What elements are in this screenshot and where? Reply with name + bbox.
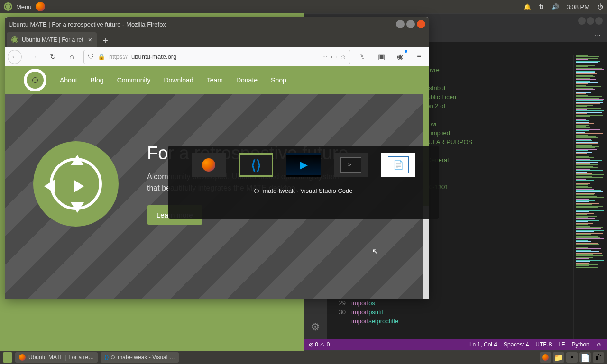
favicon-icon [11,36,18,43]
switcher-item-firefox[interactable] [192,153,226,177]
switcher-item-media[interactable]: ▶ [286,153,321,177]
browser-tab[interactable]: Ubuntu MATE | For a ret × [7,32,97,47]
new-tab-button[interactable]: + [99,34,112,47]
taskbar-item[interactable]: Ubuntu MATE | For a re… [15,352,98,363]
sidebar-icon[interactable]: ▣ [374,50,388,64]
clock[interactable]: 3:08 PM [567,3,589,10]
gear-icon[interactable]: ⚙ [311,321,320,333]
switcher-item-terminal[interactable]: >_ [334,153,368,177]
minimize-button[interactable] [396,20,405,28]
bookmark-star-icon[interactable]: ☆ [340,53,346,60]
minimap[interactable] [573,55,607,339]
forward-button[interactable]: → [27,50,41,64]
top-panel: Menu 🔔 ⇅ 🔊 3:08 PM ⏻ [0,0,607,13]
notification-icon[interactable]: 🔔 [524,3,531,10]
feedback-icon[interactable]: ☺ [596,341,602,348]
switcher-item-writer[interactable]: 📄 [381,153,415,177]
mate-logo-icon[interactable] [4,2,12,11]
tab-title: Ubuntu MATE | For a ret [22,36,83,43]
reader-mode-icon[interactable]: ▭ [331,53,337,60]
tray-terminal-icon[interactable]: ▪ [566,352,578,363]
nav-link-shop[interactable]: Shop [271,76,286,84]
close-tab-icon[interactable]: × [88,36,92,44]
indentation[interactable]: Spaces: 4 [504,341,529,348]
tab-bar: Ubuntu MATE | For a ret × + [5,31,429,47]
volume-icon[interactable]: 🔊 [552,3,559,10]
maximize-button[interactable] [587,17,594,25]
tray-writer-icon[interactable]: 📄 [579,352,591,363]
site-nav: AboutBlogCommunityDownloadTeamDonateShop [5,66,429,94]
eol[interactable]: LF [558,341,565,348]
switcher-item-vscode[interactable]: ⟨⟩ [239,153,273,177]
close-button[interactable] [595,17,603,25]
split-editor-icon[interactable]: ⫞ [584,32,587,39]
errors-count[interactable]: ⊘ 0 ⚠ 0 [309,341,330,348]
nav-link-blog[interactable]: Blog [91,76,104,84]
close-button[interactable] [417,20,425,28]
url-prefix: https:// [109,53,128,60]
url-host: ubuntu-mate.org [131,53,176,60]
minimize-button[interactable] [578,17,586,25]
firefox-titlebar[interactable]: Ubuntu MATE | For a retrospective future… [5,17,429,31]
window-title: Ubuntu MATE | For a retrospective future… [9,21,166,28]
cursor-position[interactable]: Ln 1, Col 4 [469,341,497,348]
library-icon[interactable]: ⑊ [355,50,369,64]
tray-firefox-icon[interactable] [540,352,551,363]
shield-icon[interactable]: 🛡 [88,53,94,60]
back-button[interactable]: ← [8,50,22,64]
taskbar-item[interactable]: ⟨⟩mate-tweak - Visual … [101,352,179,363]
power-icon[interactable]: ⏻ [597,3,603,10]
bottom-panel: Ubuntu MATE | For a re…⟨⟩mate-tweak - Vi… [0,351,607,364]
site-logo-icon[interactable] [24,69,46,91]
firefox-launcher-icon[interactable] [36,2,45,11]
home-button[interactable]: ⌂ [64,50,79,64]
switcher-indicator-icon [254,189,259,193]
nav-link-about[interactable]: About [60,76,77,84]
lock-icon[interactable]: 🔒 [98,53,105,60]
hero-logo-icon [33,141,119,227]
nav-link-download[interactable]: Download [164,76,193,84]
cursor-icon: ↖ [372,246,379,257]
page-actions-icon[interactable]: ⋯ [321,53,327,60]
more-icon[interactable]: ⋯ [595,32,601,39]
network-icon[interactable]: ⇅ [539,3,544,10]
url-bar[interactable]: 🛡 🔒 https://ubuntu-mate.org ⋯ ▭ ☆ [83,50,350,64]
account-icon[interactable]: ◉ [393,50,407,64]
hamburger-menu-icon[interactable]: ≡ [412,50,426,64]
show-desktop-button[interactable] [3,352,12,363]
nav-link-community[interactable]: Community [117,76,151,84]
window-switcher: ⟨⟩▶>_📄 mate-tweak - Visual Studio Code [168,146,439,219]
firefox-toolbar: ← → ↻ ⌂ 🛡 🔒 https://ubuntu-mate.org ⋯ ▭ … [5,47,429,66]
menu-label[interactable]: Menu [16,3,32,10]
switcher-label: mate-tweak - Visual Studio Code [263,187,352,194]
tray-files-icon[interactable]: 📁 [553,352,564,363]
language-mode[interactable]: Python [571,341,589,348]
maximize-button[interactable] [406,20,415,28]
tray-trash-icon[interactable]: 🗑 [593,352,604,363]
nav-link-donate[interactable]: Donate [236,76,258,84]
reload-button[interactable]: ↻ [46,50,60,64]
encoding[interactable]: UTF-8 [535,341,552,348]
nav-link-team[interactable]: Team [207,76,223,84]
vscode-statusbar: ⊘ 0 ⚠ 0 Ln 1, Col 4 Spaces: 4 UTF-8 LF P… [304,339,607,350]
